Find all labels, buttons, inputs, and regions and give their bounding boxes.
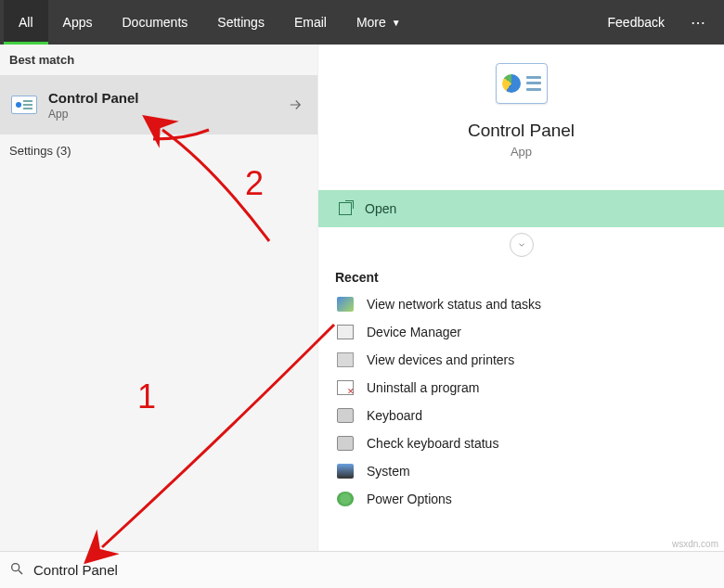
kb-icon — [337, 408, 354, 423]
recent-item[interactable]: View devices and printers — [335, 346, 707, 374]
expand-actions-button[interactable] — [510, 233, 534, 257]
more-options-button[interactable]: ⋯ — [678, 14, 720, 32]
dev-icon — [337, 325, 354, 339]
search-icon — [9, 561, 24, 580]
settings-category[interactable]: Settings (3) — [0, 134, 317, 167]
watermark: wsxdn.com — [672, 539, 718, 549]
svg-line-1 — [19, 570, 22, 574]
recent-header: Recent — [335, 270, 707, 285]
tab-settings[interactable]: Settings — [202, 0, 279, 45]
recent-item-label: Power Options — [367, 492, 452, 506]
best-match-header: Best match — [0, 45, 317, 75]
recent-item[interactable]: Check keyboard status — [335, 429, 707, 457]
tab-documents[interactable]: Documents — [107, 0, 202, 45]
results-panel: Best match Control Panel App Settings (3… — [0, 45, 317, 551]
kb-icon — [337, 436, 354, 451]
recent-item-label: View network status and tasks — [367, 297, 541, 312]
tab-more-label: More — [356, 15, 386, 30]
feedback-link[interactable]: Feedback — [595, 15, 678, 30]
result-title: Control Panel — [48, 90, 139, 106]
best-match-result[interactable]: Control Panel App — [0, 75, 273, 134]
control-panel-icon — [11, 96, 37, 114]
tab-all[interactable]: All — [4, 0, 48, 45]
recent-item[interactable]: View network status and tasks — [335, 290, 707, 318]
filter-tabbar: All Apps Documents Settings Email More ▼… — [0, 0, 724, 45]
prn-icon — [337, 352, 354, 367]
preview-panel: Control Panel App Open Recent View netwo… — [317, 45, 724, 551]
search-bar — [0, 551, 724, 588]
expand-result-button[interactable] — [273, 75, 317, 134]
recent-item[interactable]: System — [335, 457, 707, 485]
open-button[interactable]: Open — [318, 190, 724, 227]
chevron-down-icon: ▼ — [392, 18, 401, 28]
recent-item-label: Device Manager — [367, 325, 461, 339]
tab-email[interactable]: Email — [279, 0, 342, 45]
open-icon — [339, 202, 352, 215]
recent-item-label: System — [367, 464, 410, 479]
tab-more[interactable]: More ▼ — [342, 0, 416, 45]
result-subtitle: App — [48, 108, 139, 121]
recent-item[interactable]: Power Options — [335, 485, 707, 513]
preview-title: Control Panel — [335, 121, 707, 141]
recent-item-label: Uninstall a program — [367, 380, 479, 395]
recent-item-label: View devices and printers — [367, 352, 514, 367]
recent-item-label: Keyboard — [367, 408, 422, 423]
control-panel-icon — [496, 63, 548, 104]
chevron-down-icon — [517, 240, 526, 249]
open-label: Open — [365, 201, 396, 216]
recent-item[interactable]: Device Manager — [335, 318, 707, 346]
tab-apps[interactable]: Apps — [48, 0, 108, 45]
recent-list: View network status and tasksDevice Mana… — [335, 290, 707, 513]
arrow-right-icon — [287, 96, 304, 113]
recent-item[interactable]: Keyboard — [335, 402, 707, 429]
pwr-icon — [337, 492, 354, 506]
svg-point-0 — [12, 563, 19, 570]
preview-subtitle: App — [335, 145, 707, 159]
recent-item-label: Check keyboard status — [367, 436, 498, 451]
uni-icon — [337, 380, 354, 395]
sys-icon — [337, 464, 354, 479]
net-icon — [337, 297, 354, 312]
search-input[interactable] — [33, 562, 715, 578]
recent-item[interactable]: Uninstall a program — [335, 374, 707, 402]
